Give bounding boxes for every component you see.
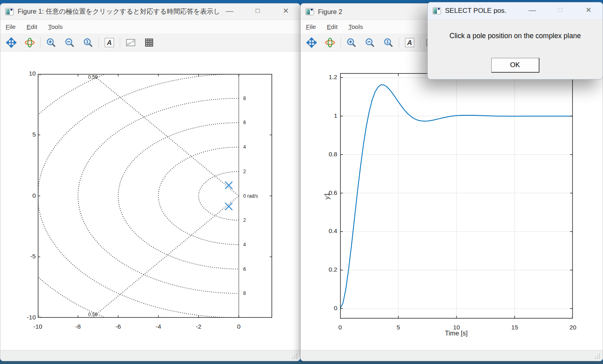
svg-text:6: 6 — [243, 266, 246, 272]
toolbar-separator — [98, 37, 99, 48]
svg-text:6: 6 — [243, 120, 246, 125]
step-response-plot[interactable] — [340, 73, 573, 319]
figure-icon — [433, 7, 441, 14]
figure1-title: Figure 1: 任意の極位置をクリックすると対応する時間応答を表示し... — [18, 7, 220, 16]
menu-file[interactable]: File — [306, 23, 316, 31]
dialog-titlebar[interactable]: SELECT POLE pos. — □ ✕ — [428, 2, 603, 20]
pz-x-tick-label: -2 — [189, 323, 208, 330]
select-pole-dialog: SELECT POLE pos. — □ ✕ Click a pole posi… — [427, 2, 603, 80]
svg-text:8: 8 — [243, 290, 246, 296]
pz-x-tick-label: 0 — [230, 323, 248, 330]
menu-file[interactable]: File — [6, 23, 16, 31]
pz-y-tick-label: -5 — [17, 253, 36, 260]
figure1-window: Figure 1: 任意の極位置をクリックすると対応する時間応答を表示し... … — [0, 3, 300, 361]
pz-y-tick-label: 0 — [17, 192, 36, 199]
dialog-title: SELECT POLE pos. — [445, 7, 507, 15]
pan-icon[interactable] — [3, 35, 19, 50]
colormap-icon[interactable] — [123, 35, 139, 50]
svg-text:0.59: 0.59 — [88, 74, 98, 80]
dialog-body: Click a pole position on the complex pla… — [428, 20, 603, 80]
step-y-tick-label: 1.2 — [319, 74, 337, 81]
pz-x-tick-label: -6 — [109, 323, 127, 330]
dialog-message: Click a pole position on the complex pla… — [428, 20, 603, 40]
pan-icon[interactable] — [304, 35, 320, 50]
maximize-button[interactable]: □ — [248, 3, 267, 19]
step-y-tick-label: 0.4 — [319, 227, 337, 235]
close-button[interactable]: ✕ — [579, 2, 598, 18]
toolbar-separator — [340, 37, 341, 48]
rotate-3d-icon[interactable] — [22, 35, 38, 50]
figure-icon — [5, 8, 14, 15]
figure1-menubar: File Edit Tools — [0, 20, 300, 34]
step-y-tick-label: 0 — [319, 305, 337, 312]
zoom-in-icon[interactable] — [43, 35, 59, 50]
insert-text-icon[interactable]: A — [101, 35, 117, 50]
pole-zero-plot[interactable]: 86420 rad/s24680.590.59 — [38, 74, 272, 318]
step-ylabel: y1 — [324, 193, 331, 200]
svg-text:A: A — [407, 39, 412, 47]
svg-text:2: 2 — [243, 169, 246, 174]
pz-x-tick-label: -8 — [69, 323, 87, 330]
step-xlabel: Time [s] — [420, 330, 492, 337]
figure2-statusbar — [301, 350, 603, 361]
step-y-tick-label: 1 — [319, 112, 337, 119]
maximize-button: □ — [551, 2, 570, 18]
figure1-toolbar: 1 A — [0, 34, 300, 51]
figure2-title: Figure 2 — [318, 8, 343, 16]
pz-y-tick-label: -10 — [17, 314, 36, 321]
resize-grip[interactable] — [595, 353, 601, 359]
step-x-tick-label: 0 — [331, 324, 349, 331]
svg-text:8: 8 — [243, 96, 246, 101]
svg-text:0.59: 0.59 — [88, 312, 98, 317]
step-x-tick-label: 20 — [564, 324, 582, 331]
svg-text:4: 4 — [243, 144, 246, 150]
rotate-3d-icon[interactable] — [322, 35, 338, 50]
menu-tools[interactable]: Tools — [349, 23, 363, 31]
figure-icon — [306, 8, 314, 15]
svg-text:4: 4 — [243, 242, 246, 247]
minimize-button[interactable]: — — [523, 2, 541, 20]
close-button[interactable]: ✕ — [277, 3, 295, 19]
desktop: Figure 1: 任意の極位置をクリックすると対応する時間応答を表示し... … — [0, 0, 603, 364]
figure1-titlebar[interactable]: Figure 1: 任意の極位置をクリックすると対応する時間応答を表示し... … — [0, 4, 300, 20]
desktop-bottom-strip — [0, 361, 603, 364]
zoom-out-icon[interactable] — [62, 35, 78, 50]
svg-text:0 rad/s: 0 rad/s — [243, 193, 258, 199]
resize-grip[interactable] — [292, 353, 298, 359]
step-y-tick-label: 0.8 — [319, 151, 337, 158]
zoom-in-icon[interactable] — [343, 35, 359, 50]
minimize-button[interactable]: — — [220, 3, 239, 20]
zoom-reset-icon[interactable]: 1 — [80, 35, 96, 50]
toolbar-separator — [420, 37, 420, 48]
zoom-out-icon[interactable] — [362, 35, 378, 50]
toolbar-separator — [399, 37, 399, 48]
insert-text-icon[interactable]: A — [402, 35, 418, 50]
menu-edit[interactable]: Edit — [27, 23, 37, 31]
toolbar-separator — [120, 37, 120, 48]
svg-text:2: 2 — [243, 217, 246, 223]
pz-x-tick-label: -10 — [29, 323, 47, 330]
toolbar-separator — [40, 37, 41, 48]
menu-edit[interactable]: Edit — [327, 23, 338, 31]
grid-icon[interactable] — [141, 35, 157, 50]
figure1-statusbar — [0, 350, 300, 361]
menu-tools[interactable]: Tools — [48, 23, 63, 31]
step-y-tick-label: 0.2 — [319, 266, 337, 273]
pz-x-tick-label: -4 — [149, 323, 168, 330]
svg-text:1: 1 — [86, 39, 88, 44]
ok-button[interactable]: OK — [491, 58, 539, 73]
svg-text:1: 1 — [386, 39, 389, 44]
zoom-reset-icon[interactable]: 1 — [380, 35, 396, 50]
step-x-tick-label: 5 — [389, 324, 408, 331]
pz-y-tick-label: 10 — [17, 70, 36, 77]
pz-y-tick-label: 5 — [17, 131, 36, 138]
step-x-tick-label: 15 — [505, 324, 524, 331]
svg-text:A: A — [107, 39, 112, 47]
